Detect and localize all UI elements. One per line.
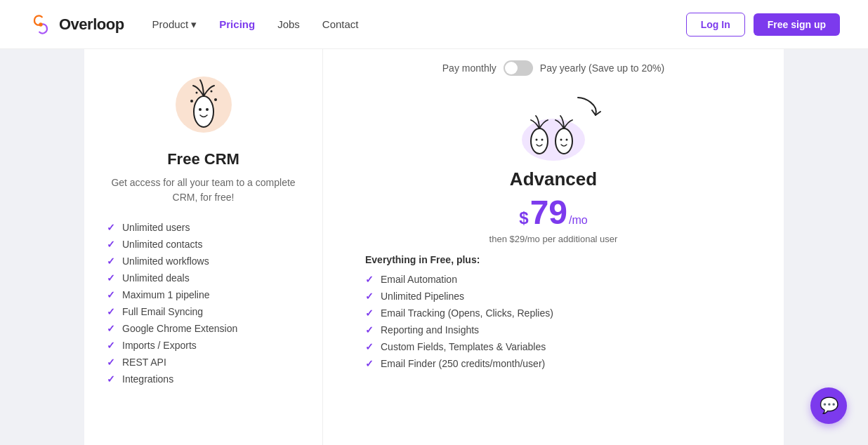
advanced-carrot-svg — [501, 91, 606, 161]
price-sub: then $29/mo per additional user — [489, 234, 618, 244]
check-icon: ✓ — [107, 373, 115, 385]
list-item: ✓Integrations — [107, 371, 300, 387]
check-icon: ✓ — [365, 307, 374, 319]
advanced-feature-list: ✓Email Automation✓Unlimited Pipelines✓Em… — [365, 271, 742, 372]
check-icon: ✓ — [365, 358, 374, 369]
list-item: ✓Unlimited contacts — [107, 236, 300, 253]
svg-point-10 — [541, 139, 544, 141]
check-icon: ✓ — [107, 357, 115, 368]
billing-toggle[interactable] — [504, 60, 533, 76]
check-icon: ✓ — [107, 239, 115, 250]
right-background — [784, 49, 868, 445]
logo[interactable]: Overloop — [28, 12, 124, 37]
left-background — [0, 49, 84, 445]
everything-label: Everything in Free, plus: — [365, 254, 480, 265]
check-icon: ✓ — [365, 291, 374, 302]
advanced-title: Advanced — [510, 168, 597, 190]
list-item: ✓Unlimited Pipelines — [365, 288, 742, 305]
signup-button[interactable]: Free sign up — [754, 13, 840, 36]
check-icon: ✓ — [365, 324, 374, 336]
svg-point-12 — [560, 139, 563, 141]
list-item: ✓Reporting and Insights — [365, 321, 742, 338]
list-item: ✓Maximum 1 pipeline — [107, 286, 300, 303]
list-item: ✓Unlimited deals — [107, 270, 300, 286]
list-item: ✓Imports / Exports — [107, 337, 300, 354]
free-feature-list: ✓Unlimited users✓Unlimited contacts✓Unli… — [107, 219, 300, 387]
list-item: ✓Custom Fields, Templates & Variables — [365, 338, 742, 355]
list-item: ✓Email Automation — [365, 271, 742, 288]
price-dollar: $ — [519, 208, 528, 228]
check-icon: ✓ — [365, 274, 374, 285]
nav-product[interactable]: Product ▾ — [152, 18, 197, 31]
check-icon: ✓ — [107, 222, 115, 233]
carrot-svg — [179, 73, 228, 136]
nav-contact[interactable]: Contact — [322, 18, 359, 30]
svg-point-11 — [555, 128, 572, 154]
free-crm-card: Free CRM Get access for all your team to… — [84, 49, 323, 445]
svg-point-0 — [39, 22, 42, 26]
list-item: ✓REST API — [107, 354, 300, 371]
billing-toggle-row: Pay monthly Pay yearly (Save up to 20%) — [442, 60, 664, 76]
check-icon: ✓ — [107, 255, 115, 267]
navbar: Overloop Product ▾ Pricing Jobs Contact … — [0, 0, 868, 49]
check-icon: ✓ — [107, 306, 115, 317]
nav-actions: Log In Free sign up — [686, 13, 840, 36]
list-item: ✓Email Finder (250 credits/month/user) — [365, 355, 742, 372]
logo-icon — [28, 12, 53, 37]
svg-point-2 — [199, 108, 202, 111]
nav-pricing[interactable]: Pricing — [219, 18, 255, 30]
svg-point-13 — [566, 139, 568, 141]
nav-jobs[interactable]: Jobs — [277, 18, 300, 30]
free-crm-illustration — [165, 66, 242, 143]
advanced-illustration — [497, 87, 610, 164]
check-icon: ✓ — [107, 340, 115, 351]
free-crm-description: Get access for all your team to a comple… — [107, 175, 300, 205]
list-item: ✓Unlimited workflows — [107, 253, 300, 270]
chat-icon: 💬 — [820, 397, 839, 415]
free-crm-title: Free CRM — [167, 150, 239, 168]
check-icon: ✓ — [107, 323, 115, 334]
logo-text: Overloop — [59, 15, 124, 34]
login-button[interactable]: Log In — [686, 13, 745, 36]
list-item: ✓Unlimited users — [107, 219, 300, 236]
svg-point-4 — [190, 100, 193, 102]
list-item: ✓Full Email Syncing — [107, 303, 300, 320]
price-period: /mo — [569, 214, 588, 227]
svg-point-9 — [536, 139, 538, 141]
chevron-down-icon: ▾ — [191, 18, 197, 31]
main-content: Free CRM Get access for all your team to… — [0, 49, 868, 445]
monthly-label: Pay monthly — [442, 62, 497, 74]
svg-point-8 — [531, 128, 548, 154]
price-display: $ 79 /mo — [519, 196, 587, 230]
svg-point-1 — [194, 96, 213, 127]
price-amount: 79 — [530, 196, 567, 230]
check-icon: ✓ — [107, 272, 115, 284]
svg-point-7 — [210, 91, 212, 93]
list-item: ✓Email Tracking (Opens, Clicks, Replies) — [365, 305, 742, 321]
advanced-card: Pay monthly Pay yearly (Save up to 20%) — [323, 49, 784, 445]
nav-links: Product ▾ Pricing Jobs Contact — [152, 18, 686, 31]
list-item: ✓Google Chrome Extension — [107, 320, 300, 337]
check-icon: ✓ — [107, 289, 115, 300]
svg-point-5 — [214, 98, 217, 101]
chat-button[interactable]: 💬 — [810, 387, 847, 424]
svg-point-6 — [195, 92, 197, 94]
yearly-label: Pay yearly (Save up to 20%) — [540, 62, 664, 74]
svg-point-3 — [206, 108, 209, 111]
check-icon: ✓ — [365, 341, 374, 352]
